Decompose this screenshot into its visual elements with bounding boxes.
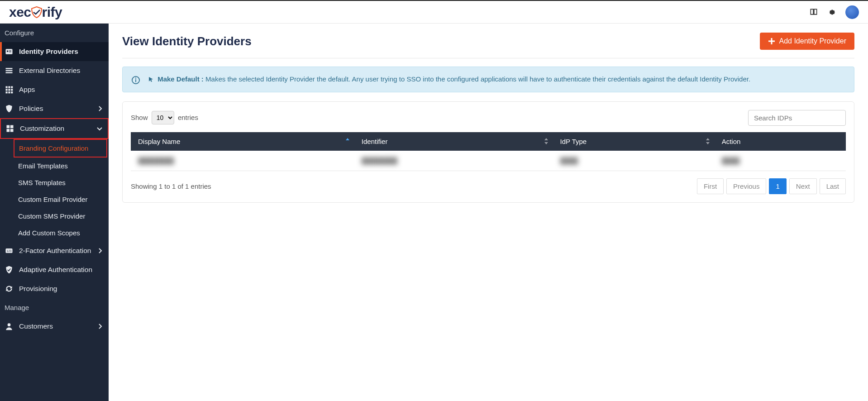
svg-rect-1 — [7, 51, 8, 52]
sidebar-label: Customization — [20, 124, 64, 133]
sidebar: Configure Identity Providers External Di… — [0, 24, 109, 401]
svg-rect-12 — [11, 89, 13, 91]
shield-check-icon — [5, 265, 14, 274]
sidebar-item-provisioning[interactable]: Provisioning — [0, 279, 109, 298]
section-manage: Manage — [0, 298, 109, 317]
svg-rect-6 — [6, 72, 13, 73]
sidebar-subitem-add-custom-scopes[interactable]: Add Custom Scopes — [0, 224, 109, 241]
sidebar-item-adaptive-auth[interactable]: Adaptive Authentication — [0, 260, 109, 279]
cell-identifier: ████████ — [362, 157, 397, 164]
entries-control: Show 10 entries — [131, 111, 198, 124]
pager-prev-button[interactable]: Previous — [726, 178, 766, 194]
pager-first-button[interactable]: First — [697, 178, 724, 194]
info-icon — [132, 76, 140, 84]
sidebar-label: Customers — [19, 322, 53, 330]
svg-point-27 — [135, 77, 136, 78]
topbar: xec rify — [0, 0, 868, 24]
sidebar-subitem-custom-sms-provider[interactable]: Custom SMS Provider — [0, 208, 109, 224]
svg-rect-5 — [6, 70, 13, 72]
pager-page-button[interactable]: 1 — [769, 178, 786, 194]
keypad-icon: 123 — [5, 246, 14, 255]
sidebar-label: Adaptive Authentication — [19, 266, 92, 274]
svg-rect-2 — [9, 51, 11, 51]
col-identifier[interactable]: Identifier — [354, 132, 553, 151]
sidebar-label: 2-Factor Authentication — [19, 247, 91, 255]
svg-rect-17 — [10, 125, 14, 129]
sidebar-label: Policies — [19, 105, 43, 113]
col-action: Action — [715, 132, 846, 151]
person-icon — [5, 322, 14, 331]
sort-icon — [544, 138, 548, 144]
sync-icon — [5, 284, 14, 293]
cursor-icon — [148, 76, 154, 83]
sidebar-label: Identity Providers — [19, 48, 78, 56]
sidebar-item-apps[interactable]: Apps — [0, 80, 109, 99]
sidebar-item-2fa[interactable]: 123 2-Factor Authentication — [0, 241, 109, 260]
cell-display-name: ████████ — [138, 157, 174, 164]
sort-asc-icon — [345, 138, 350, 144]
svg-rect-9 — [11, 86, 13, 88]
sidebar-item-policies[interactable]: Policies — [0, 99, 109, 118]
pager-next-button[interactable]: Next — [789, 178, 817, 194]
cell-idp-type: ████ — [560, 157, 578, 164]
svg-rect-15 — [11, 91, 13, 93]
sidebar-label: External Directories — [19, 67, 80, 75]
plus-icon — [768, 38, 775, 45]
book-icon[interactable] — [809, 8, 818, 17]
pager-last-button[interactable]: Last — [820, 178, 846, 194]
show-label: Show — [131, 114, 148, 121]
search-input[interactable] — [748, 110, 846, 126]
sidebar-item-external-directories[interactable]: External Directories — [0, 61, 109, 80]
sidebar-subitem-custom-email-provider[interactable]: Custom Email Provider — [0, 191, 109, 208]
col-display-name[interactable]: Display Name — [131, 132, 354, 151]
brand-logo[interactable]: xec rify — [9, 1, 62, 23]
svg-rect-24 — [768, 41, 775, 42]
sidebar-item-customers[interactable]: Customers — [0, 317, 109, 336]
svg-rect-8 — [8, 86, 10, 88]
chevron-right-icon — [98, 248, 103, 253]
idp-table-card: Show 10 entries Display Name — [122, 101, 854, 203]
page-title: View Identity Providers — [122, 34, 252, 48]
main-content: View Identity Providers Add Identity Pro… — [109, 24, 868, 401]
svg-rect-26 — [135, 79, 136, 82]
gear-icon[interactable] — [827, 8, 836, 17]
col-idp-type[interactable]: IdP Type — [553, 132, 715, 151]
info-text: Makes the selected Identity Provider the… — [205, 75, 750, 83]
sidebar-label: Provisioning — [19, 285, 57, 293]
sidebar-subitem-email-templates[interactable]: Email Templates — [0, 158, 109, 174]
entries-label: entries — [178, 114, 198, 121]
sidebar-subitem-sms-templates[interactable]: SMS Templates — [0, 174, 109, 191]
info-label: Make Default : — [157, 75, 204, 83]
sidebar-item-identity-providers[interactable]: Identity Providers — [0, 42, 109, 61]
sidebar-label: Apps — [19, 86, 35, 94]
topbar-actions — [809, 5, 859, 19]
cell-action: ████ — [722, 157, 740, 164]
info-banner: Make Default : Makes the selected Identi… — [122, 67, 854, 92]
sort-icon — [706, 138, 710, 144]
svg-rect-13 — [6, 91, 8, 93]
svg-rect-4 — [6, 68, 13, 69]
sidebar-item-customization[interactable]: Customization — [1, 119, 108, 138]
entries-select[interactable]: 10 — [152, 111, 174, 124]
shield-q-icon — [5, 104, 14, 113]
idp-table: Display Name Identifier IdP Type Ac — [131, 132, 846, 171]
svg-rect-14 — [8, 91, 10, 93]
chevron-down-icon — [97, 126, 102, 131]
sidebar-subitem-branding[interactable]: Branding Configuration — [14, 140, 106, 157]
svg-rect-11 — [8, 89, 10, 91]
svg-rect-18 — [7, 129, 10, 132]
table-row[interactable]: ████████ ████████ ████ ████ — [131, 151, 846, 171]
svg-rect-16 — [7, 125, 10, 129]
section-configure: Configure — [0, 24, 109, 42]
svg-rect-7 — [6, 86, 8, 88]
svg-text:123: 123 — [6, 249, 11, 253]
puzzle-icon — [5, 124, 14, 133]
page-header: View Identity Providers Add Identity Pro… — [122, 33, 854, 58]
svg-rect-19 — [10, 129, 14, 132]
svg-rect-3 — [9, 52, 11, 52]
button-label: Add Identity Provider — [779, 37, 846, 45]
avatar[interactable] — [845, 5, 859, 19]
table-summary: Showing 1 to 1 of 1 entries — [131, 182, 211, 190]
svg-rect-10 — [6, 89, 8, 91]
add-identity-provider-button[interactable]: Add Identity Provider — [760, 33, 854, 50]
